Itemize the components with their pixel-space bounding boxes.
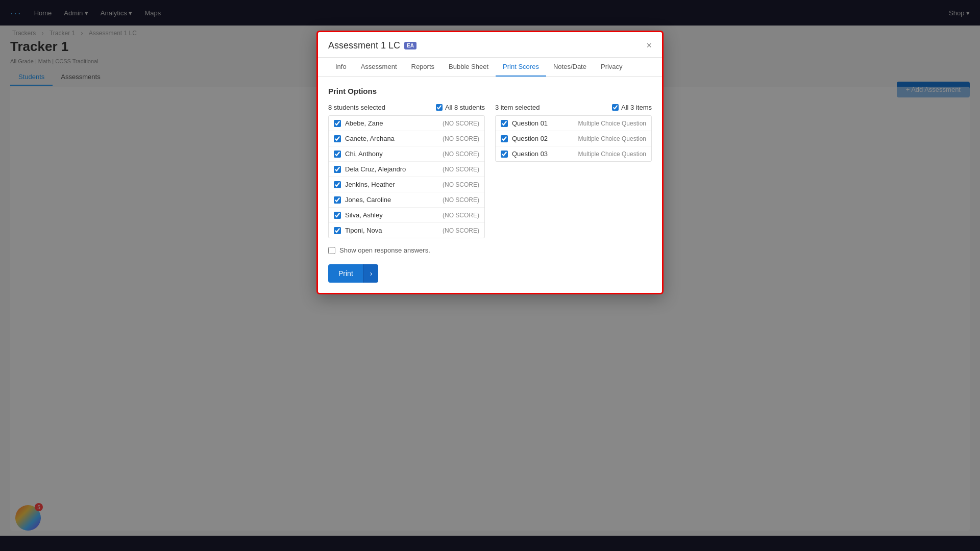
modal-header: Assessment 1 LC EA ×: [318, 32, 662, 58]
question-item-0: Question 01 Multiple Choice Question: [496, 116, 651, 131]
student-score-3: (NO SCORE): [443, 166, 479, 173]
all-students-label: All 8 students: [445, 104, 485, 111]
modal-tab-bubble-sheet[interactable]: Bubble Sheet: [442, 58, 496, 77]
all-questions-checkbox-label[interactable]: All 3 items: [612, 104, 652, 111]
student-item-2: Chi, Anthony (NO SCORE): [329, 146, 484, 162]
modal-title-badge: EA: [404, 42, 416, 49]
questions-col-header: 3 item selected All 3 items: [495, 104, 652, 111]
print-button-group: Print ›: [328, 264, 378, 283]
all-students-checkbox-label[interactable]: All 8 students: [436, 104, 485, 111]
student-score-1: (NO SCORE): [443, 135, 479, 142]
student-score-7: (NO SCORE): [443, 227, 479, 234]
show-open-response-text: Show open response answers.: [339, 246, 430, 254]
student-item-7: Tiponi, Nova (NO SCORE): [329, 223, 484, 238]
student-checkbox-0[interactable]: [334, 120, 341, 127]
student-score-2: (NO SCORE): [443, 151, 479, 158]
student-name-4: Jenkins, Heather: [345, 181, 438, 188]
modal-tab-assessment[interactable]: Assessment: [354, 58, 404, 77]
student-score-4: (NO SCORE): [443, 181, 479, 188]
student-name-2: Chi, Anthony: [345, 150, 438, 158]
questions-count-label: 3 item selected: [495, 104, 540, 111]
question-checkbox-1[interactable]: [501, 135, 508, 142]
student-score-5: (NO SCORE): [443, 196, 479, 204]
modal-title: Assessment 1 LC EA: [328, 40, 416, 57]
modal-tab-privacy[interactable]: Privacy: [594, 58, 630, 77]
all-students-checkbox[interactable]: [436, 104, 443, 111]
question-type-0: Multiple Choice Question: [578, 120, 646, 127]
student-name-0: Abebe, Zane: [345, 119, 438, 127]
question-type-2: Multiple Choice Question: [578, 151, 646, 158]
student-item-6: Silva, Ashley (NO SCORE): [329, 208, 484, 223]
modal: Assessment 1 LC EA × Info Assessment Rep…: [316, 31, 664, 294]
students-col-header: 8 students selected All 8 students: [328, 104, 485, 111]
student-checkbox-5[interactable]: [334, 196, 341, 204]
students-count-label: 8 students selected: [328, 104, 385, 111]
question-checkbox-0[interactable]: [501, 120, 508, 127]
question-checkbox-2[interactable]: [501, 151, 508, 158]
student-item-0: Abebe, Zane (NO SCORE): [329, 116, 484, 131]
student-item-3: Dela Cruz, Alejandro (NO SCORE): [329, 162, 484, 177]
modal-tabs: Info Assessment Reports Bubble Sheet Pri…: [318, 58, 662, 77]
modal-body: Print Options 8 students selected All 8 …: [318, 77, 662, 293]
show-open-response-label[interactable]: Show open response answers.: [328, 246, 652, 254]
student-score-6: (NO SCORE): [443, 212, 479, 219]
modal-tab-reports[interactable]: Reports: [404, 58, 442, 77]
modal-title-text: Assessment 1 LC: [328, 40, 400, 51]
student-item-4: Jenkins, Heather (NO SCORE): [329, 177, 484, 192]
student-checkbox-6[interactable]: [334, 212, 341, 219]
columns: 8 students selected All 8 students Abebe…: [328, 104, 652, 238]
question-item-1: Question 02 Multiple Choice Question: [496, 131, 651, 146]
question-item-2: Question 03 Multiple Choice Question: [496, 146, 651, 161]
question-list: Question 01 Multiple Choice Question Que…: [495, 115, 652, 162]
show-open-response-checkbox[interactable]: [328, 247, 335, 254]
student-name-6: Silva, Ashley: [345, 211, 438, 219]
student-checkbox-2[interactable]: [334, 151, 341, 158]
student-checkbox-7[interactable]: [334, 227, 341, 234]
modal-tab-notes-date[interactable]: Notes/Date: [546, 58, 594, 77]
questions-column: 3 item selected All 3 items Question 01 …: [495, 104, 652, 238]
student-name-1: Canete, Archana: [345, 135, 438, 142]
modal-close-button[interactable]: ×: [646, 40, 652, 57]
student-checkbox-3[interactable]: [334, 166, 341, 173]
all-questions-checkbox[interactable]: [612, 104, 619, 111]
all-questions-label: All 3 items: [621, 104, 652, 111]
student-score-0: (NO SCORE): [443, 120, 479, 127]
student-item-1: Canete, Archana (NO SCORE): [329, 131, 484, 146]
print-button-arrow[interactable]: ›: [363, 264, 379, 283]
modal-tab-print-scores[interactable]: Print Scores: [496, 58, 546, 77]
question-name-1: Question 02: [512, 135, 574, 142]
students-column: 8 students selected All 8 students Abebe…: [328, 104, 485, 238]
student-checkbox-4[interactable]: [334, 181, 341, 188]
student-name-7: Tiponi, Nova: [345, 227, 438, 234]
student-list: Abebe, Zane (NO SCORE) Canete, Archana (…: [328, 115, 485, 238]
print-button[interactable]: Print: [328, 264, 363, 283]
question-name-2: Question 03: [512, 150, 574, 158]
print-options-title: Print Options: [328, 87, 652, 95]
student-checkbox-1[interactable]: [334, 135, 341, 142]
question-name-0: Question 01: [512, 119, 574, 127]
question-type-1: Multiple Choice Question: [578, 135, 646, 142]
student-name-5: Jones, Caroline: [345, 196, 438, 204]
modal-tab-info[interactable]: Info: [328, 58, 354, 77]
student-item-5: Jones, Caroline (NO SCORE): [329, 192, 484, 208]
student-name-3: Dela Cruz, Alejandro: [345, 165, 438, 173]
